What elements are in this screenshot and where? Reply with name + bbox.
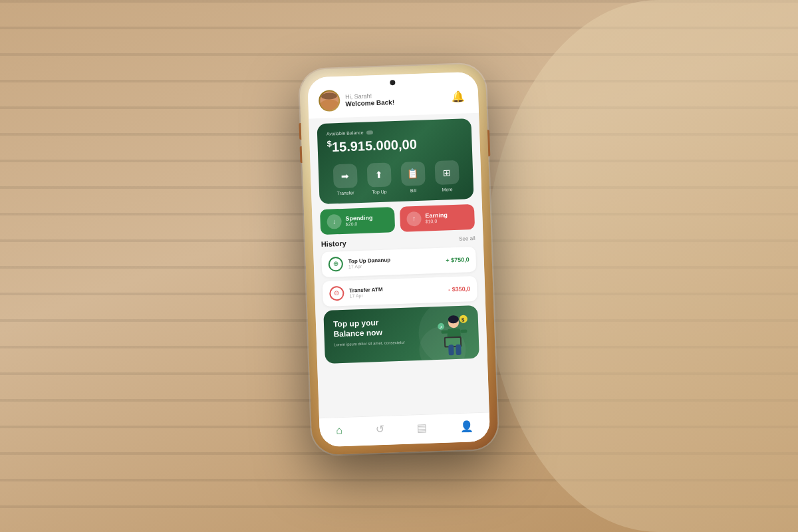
avatar: [319, 90, 340, 112]
topup-button[interactable]: ⬆ Top Up: [366, 162, 392, 194]
spending-card[interactable]: ↓ Spending $20,0: [320, 207, 395, 235]
notification-bell[interactable]: 🔔: [449, 86, 468, 106]
header-text: Hi, Sarah! Welcome Back!: [345, 92, 394, 108]
stats-row: ↓ Spending $20,0 ↑ Earning $10,0: [320, 204, 475, 235]
see-all-link[interactable]: See all: [459, 235, 475, 242]
transfer-label: Transfer: [337, 190, 354, 196]
bill-button[interactable]: 📋 Bill: [400, 161, 426, 193]
more-button[interactable]: ⊞ More: [434, 160, 460, 192]
nav-history[interactable]: ↺: [375, 423, 384, 436]
welcome-text: Welcome Back!: [345, 98, 394, 108]
volume-up-button: [299, 123, 301, 140]
history-item-left-2: ⊖ Transfer ATM 17 Apr: [329, 285, 383, 301]
svg-text:↗: ↗: [439, 325, 443, 329]
balance-amount: $15.915.000,00: [327, 134, 463, 156]
balance-indicator: [366, 130, 372, 134]
topup-history-icon: ⊕: [328, 257, 343, 272]
earning-amount: $10,0: [426, 219, 448, 224]
app-content: Hi, Sarah! Welcome Back! 🔔 Available Bal…: [307, 72, 490, 448]
spending-info: Spending $20,0: [345, 214, 373, 226]
history-item-date: 17 Apr: [348, 263, 391, 269]
nav-cards[interactable]: ▤: [417, 422, 428, 435]
phone-screen: Hi, Sarah! Welcome Back! 🔔 Available Bal…: [307, 72, 490, 448]
history-item-topup[interactable]: ⊕ Top Up Dananup 17 Apr + $750,0: [321, 247, 476, 277]
more-icon: ⊞: [434, 160, 459, 184]
earning-card[interactable]: ↑ Earning $10,0: [400, 204, 475, 232]
volume-down-button: [300, 146, 303, 163]
history-item-date-2: 17 Apr: [349, 293, 382, 299]
svg-rect-7: [448, 344, 454, 355]
nav-home[interactable]: ⌂: [336, 424, 342, 437]
nav-profile[interactable]: 👤: [460, 420, 473, 433]
header-left: Hi, Sarah! Welcome Back!: [319, 88, 395, 112]
spending-amount: $20,0: [346, 221, 373, 226]
svg-text:$: $: [462, 317, 465, 323]
action-buttons: ➡ Transfer ⬆ Top Up 📋 Bill ⊞ More: [328, 160, 465, 196]
svg-rect-8: [456, 344, 462, 354]
spending-icon: ↓: [327, 214, 342, 229]
topup-icon: ⬆: [366, 162, 391, 187]
svg-rect-4: [460, 329, 467, 332]
promo-banner[interactable]: Top up yourBalance now Lorem ipsum dolor…: [323, 305, 479, 364]
transfer-icon: ➡: [332, 164, 357, 188]
history-item-transfer[interactable]: ⊖ Transfer ATM 17 Apr - $350,0: [323, 276, 477, 307]
bill-icon: 📋: [400, 161, 425, 186]
history-title: History: [321, 239, 346, 247]
history-amount-negative: - $350,0: [448, 285, 470, 293]
history-item-name-2: Transfer ATM: [349, 287, 383, 294]
transfer-history-icon: ⊖: [329, 286, 344, 301]
avatar-face: [320, 91, 339, 110]
app-header: Hi, Sarah! Welcome Back! 🔔: [307, 72, 479, 119]
more-label: More: [442, 187, 452, 192]
earning-icon: ↑: [406, 211, 422, 226]
phone: Hi, Sarah! Welcome Back! 🔔 Available Bal…: [299, 63, 499, 455]
history-amount-positive: + $750,0: [446, 256, 469, 263]
transfer-button[interactable]: ➡ Transfer: [332, 164, 358, 196]
earning-info: Earning $10,0: [425, 212, 448, 224]
svg-rect-3: [441, 330, 448, 333]
bill-label: Bill: [410, 188, 417, 193]
history-item-left: ⊕ Top Up Dananup 17 Apr: [328, 255, 390, 271]
history-header: History See all: [321, 235, 475, 248]
history-section: History See all ⊕ Top Up Dananup 17 Apr …: [321, 235, 477, 307]
background-person: [479, 0, 798, 532]
topup-label: Top Up: [372, 189, 386, 194]
history-item-details: Top Up Dananup 17 Apr: [348, 257, 391, 269]
earning-title: Earning: [425, 212, 448, 219]
history-item-details-2: Transfer ATM 17 Apr: [349, 287, 383, 299]
bottom-nav: ⌂ ↺ ▤ 👤: [319, 412, 490, 447]
promo-figure: $ ↗: [436, 312, 470, 360]
spending-title: Spending: [345, 214, 372, 221]
promo-illustration: $ ↗: [436, 312, 474, 363]
balance-card: Available Balance $15.915.000,00 ➡ Trans…: [317, 118, 473, 204]
